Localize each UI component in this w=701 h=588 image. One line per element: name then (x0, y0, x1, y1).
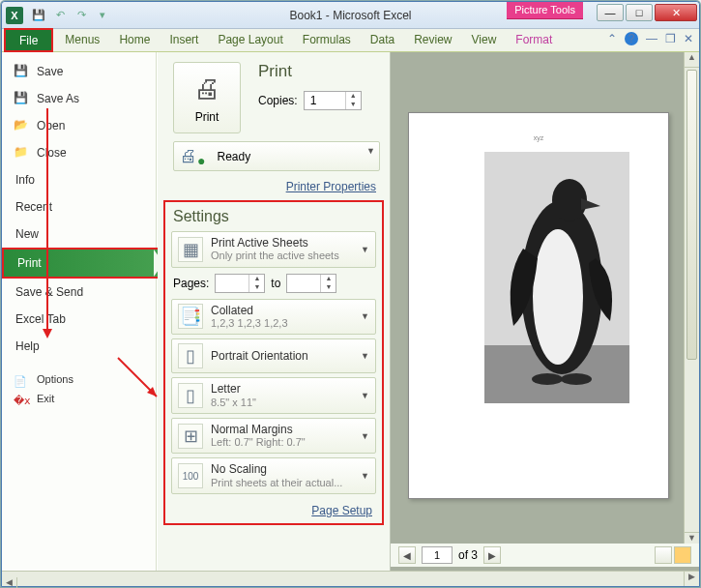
redo-icon[interactable]: ↷ (73, 8, 89, 23)
tab-insert[interactable]: Insert (160, 29, 208, 51)
setting-collated[interactable]: 📑 Collated 1,2,3 1,2,3 1,2,3 ▼ (171, 299, 376, 336)
picture-tools-tab[interactable]: Picture Tools (507, 2, 583, 19)
backstage-body: 💾Save 💾Save As 📂Open 📁Close Info Recent … (2, 52, 699, 573)
setting-collated-label: Collated (211, 304, 288, 317)
tab-format[interactable]: Format (506, 29, 562, 51)
nav-new[interactable]: New (2, 220, 156, 248)
undo-icon[interactable]: ↶ (52, 8, 68, 23)
window-controls: — □ ✕ (595, 4, 697, 21)
page-total-label: of 3 (458, 548, 478, 562)
nav-help[interactable]: Help (2, 333, 156, 360)
setting-paper[interactable]: ▯ Letter 8.5" x 11" ▼ (171, 377, 376, 414)
copies-spinner[interactable]: 1 ▲▼ (304, 91, 362, 110)
exit-icon: �ⅹ (14, 395, 29, 410)
page-number-input[interactable] (422, 546, 453, 564)
tab-file[interactable]: File (4, 28, 53, 52)
backstage-nav: 💾Save 💾Save As 📂Open 📁Close Info Recent … (2, 52, 157, 573)
printer-properties-link[interactable]: Printer Properties (286, 180, 376, 193)
print-heading: Print (258, 62, 362, 81)
vertical-scrollbar[interactable]: ▲ ▼ (684, 52, 699, 547)
nav-save[interactable]: 💾Save (2, 58, 156, 85)
app-window: X 💾 ↶ ↷ ▾ Book1 - Microsoft Excel Pictur… (1, 1, 700, 587)
scrollbar-thumb[interactable] (686, 70, 697, 360)
nav-open-label: Open (37, 119, 65, 132)
page-setup-link[interactable]: Page Setup (311, 504, 372, 517)
qat-dropdown-icon[interactable]: ▾ (95, 8, 110, 23)
pages-to-label: to (271, 277, 280, 290)
setting-scaling-label: No Scaling (211, 462, 342, 476)
nav-info[interactable]: Info (2, 166, 156, 193)
nav-open[interactable]: 📂Open (2, 112, 156, 139)
save-icon[interactable]: 💾 (31, 8, 46, 23)
nav-recent[interactable]: Recent (2, 193, 156, 220)
pages-from-spinner[interactable]: ▲▼ (215, 274, 265, 293)
nav-print[interactable]: Print (2, 248, 163, 279)
zoom-page-button[interactable] (655, 546, 672, 564)
setting-print-area-sub: Only print the active sheets (211, 250, 339, 262)
subwin-min-icon[interactable]: — (646, 32, 657, 45)
save-icon: 💾 (14, 64, 29, 79)
zoom-margins-button[interactable] (674, 546, 691, 564)
setting-margins[interactable]: ⊞ Normal Margins Left: 0.7" Right: 0.7" … (171, 418, 376, 455)
close-button[interactable]: ✕ (655, 4, 697, 21)
paper-icon: ▯ (178, 383, 203, 408)
spinner-up-icon[interactable]: ▲ (346, 92, 361, 101)
setting-paper-label: Letter (211, 382, 256, 396)
preview-pager: ◀ of 3 ▶ (391, 544, 699, 567)
next-page-button[interactable]: ▶ (483, 546, 501, 564)
help-icon[interactable]: ? (625, 32, 638, 45)
chevron-down-icon: ▼ (361, 391, 369, 400)
copies-value: 1 (310, 94, 317, 107)
nav-close[interactable]: 📁Close (2, 139, 156, 166)
ribbon-tabs: File Menus Home Insert Page Layout Formu… (2, 29, 699, 52)
tab-formulas[interactable]: Formulas (293, 29, 361, 51)
setting-margins-label: Normal Margins (211, 423, 306, 436)
tab-page-layout[interactable]: Page Layout (208, 29, 292, 51)
nav-options-label: Options (37, 373, 73, 385)
svg-point-3 (533, 229, 583, 365)
tab-view[interactable]: View (462, 29, 507, 51)
scroll-left-icon[interactable]: ◀ (2, 577, 17, 588)
scaling-icon: 100 (178, 463, 203, 488)
nav-save-send[interactable]: Save & Send (2, 279, 156, 306)
horizontal-scrollbar[interactable]: ◀ ▶ (2, 571, 699, 586)
setting-print-area[interactable]: ▦ Print Active Sheets Only print the act… (171, 231, 376, 268)
pages-label: Pages: (173, 277, 209, 290)
scroll-up-icon[interactable]: ▲ (685, 52, 699, 68)
nav-exit-label: Exit (37, 393, 54, 404)
nav-excel-tab[interactable]: Excel Tab (2, 306, 156, 333)
tab-menus[interactable]: Menus (55, 29, 109, 51)
setting-orientation[interactable]: ▯ Portrait Orientation ▼ (171, 338, 376, 373)
tab-home[interactable]: Home (109, 29, 160, 51)
setting-paper-sub: 8.5" x 11" (211, 397, 256, 409)
tab-data[interactable]: Data (361, 29, 404, 51)
chevron-down-icon: ▼ (361, 245, 369, 254)
preview-image (484, 152, 629, 403)
save-as-icon: 💾 (14, 91, 29, 106)
prev-page-button[interactable]: ◀ (398, 546, 416, 564)
subwin-close-icon[interactable]: ✕ (684, 32, 693, 45)
annotation-arrow-vertical (46, 108, 48, 331)
tab-review[interactable]: Review (404, 29, 461, 51)
print-button-label: Print (195, 110, 219, 124)
maximize-button[interactable]: □ (626, 4, 653, 21)
chevron-down-icon: ▼ (361, 351, 369, 361)
scroll-right-icon[interactable]: ▶ (684, 572, 699, 586)
setting-scaling[interactable]: 100 No Scaling Print sheets at their act… (171, 457, 376, 494)
preview-page: xyz (408, 112, 669, 499)
subwin-restore-icon[interactable]: ❐ (665, 32, 676, 45)
setting-print-area-label: Print Active Sheets (211, 236, 339, 250)
minimize-button[interactable]: — (597, 4, 624, 21)
pages-to-spinner[interactable]: ▲▼ (286, 274, 336, 293)
spinner-down-icon[interactable]: ▼ (346, 101, 361, 109)
printer-selector[interactable]: 🖨 ● Ready ▼ (173, 141, 380, 171)
nav-save-as[interactable]: 💾Save As (2, 85, 156, 112)
setting-collated-sub: 1,2,3 1,2,3 1,2,3 (211, 317, 288, 330)
penguin-icon (484, 152, 629, 403)
portrait-icon: ▯ (178, 343, 203, 368)
window-title: Book1 - Microsoft Excel (289, 9, 411, 22)
ribbon-minimize-icon[interactable]: ⌃ (607, 32, 617, 45)
nav-save-as-label: Save As (37, 92, 79, 105)
open-icon: 📂 (14, 118, 29, 133)
print-button[interactable]: 🖨 Print (173, 62, 241, 133)
